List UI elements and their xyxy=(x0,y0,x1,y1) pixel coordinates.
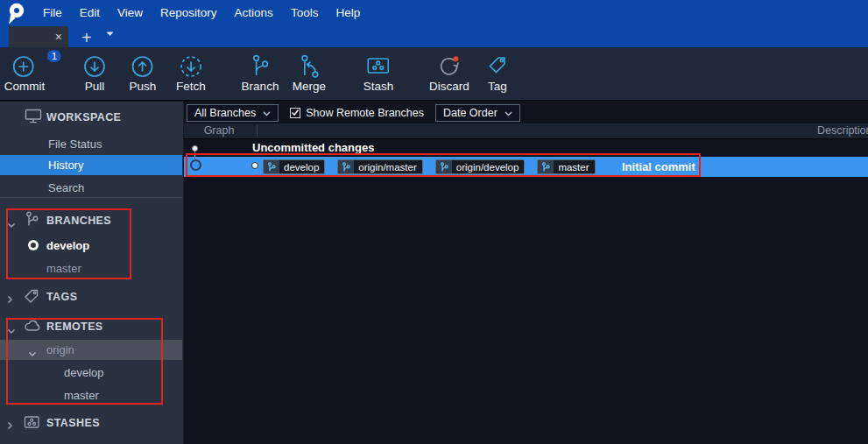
sidebar-remote-origin[interactable]: origin xyxy=(0,340,182,360)
push-button[interactable]: Push xyxy=(130,53,157,93)
graph-connector-line xyxy=(194,152,195,160)
current-branch-icon xyxy=(28,240,39,250)
chevron-down-icon[interactable] xyxy=(7,218,16,231)
stash-icon xyxy=(363,53,394,79)
fetch-button[interactable]: Fetch xyxy=(176,53,206,93)
tag-icon xyxy=(484,53,511,79)
commit-icon: 1 xyxy=(4,53,46,79)
branch-icon xyxy=(242,53,279,79)
merge-button[interactable]: Merge xyxy=(293,53,326,93)
sidebar-item-file-status[interactable]: File Status xyxy=(0,133,182,154)
sidebar-branch-master[interactable]: master xyxy=(0,257,182,278)
tag-icon xyxy=(24,288,40,307)
tab-list-caret-icon[interactable] xyxy=(106,26,114,39)
stash-button[interactable]: Stash xyxy=(363,53,394,93)
sidebar-item-history[interactable]: History xyxy=(0,155,182,175)
graph-node-icon xyxy=(190,159,201,171)
pull-icon xyxy=(81,53,108,79)
close-tab-icon[interactable]: × xyxy=(55,31,62,43)
chevron-down-icon[interactable] xyxy=(7,324,16,337)
stash-icon xyxy=(24,415,40,432)
history-panel: All Branches Show Remote Branches Date O… xyxy=(184,102,868,444)
branch-icon xyxy=(338,160,354,173)
ref-badge-origin-develop: origin/develop xyxy=(435,159,526,174)
menu-tools[interactable]: Tools xyxy=(282,0,328,26)
new-tab-button[interactable]: + xyxy=(81,28,92,47)
chevron-down-icon xyxy=(505,107,512,119)
menu-bar: File Edit View Repository Actions Tools … xyxy=(0,0,868,26)
repository-tab[interactable]: × xyxy=(9,26,68,47)
column-header-graph: Graph xyxy=(184,123,254,138)
ref-badge-origin-master: origin/master xyxy=(337,159,422,174)
sidebar-section-remotes[interactable]: REMOTES xyxy=(0,316,182,337)
commit-message: Initial commit xyxy=(622,157,695,177)
chevron-down-icon[interactable] xyxy=(28,347,37,360)
toolbar: 1 Commit Pull Push xyxy=(0,47,868,101)
tag-button[interactable]: Tag xyxy=(484,53,511,93)
branch-icon xyxy=(436,160,452,173)
chevron-right-icon[interactable] xyxy=(7,419,13,433)
menu-view[interactable]: View xyxy=(109,0,152,26)
branch-filter-dropdown[interactable]: All Branches xyxy=(187,104,279,122)
menu-help[interactable]: Help xyxy=(327,0,369,26)
sidebar-section-stashes[interactable]: STASHES xyxy=(0,412,182,433)
menu-repository[interactable]: Repository xyxy=(152,0,226,26)
sidebar: WORKSPACE File Status History Search xyxy=(0,102,184,444)
monitor-icon xyxy=(25,109,42,126)
branch-icon xyxy=(538,160,554,173)
history-column-headers: Graph Description xyxy=(184,123,868,139)
cloud-icon xyxy=(24,319,41,335)
head-indicator-icon xyxy=(251,162,258,169)
menu-actions[interactable]: Actions xyxy=(226,0,282,26)
sidebar-divider xyxy=(0,197,182,198)
pull-button[interactable]: Pull xyxy=(81,53,108,93)
sidebar-branch-develop[interactable]: develop xyxy=(0,235,182,256)
column-header-description: Description xyxy=(817,123,868,138)
sidebar-section-branches[interactable]: BRANCHES xyxy=(0,210,182,231)
discard-button[interactable]: Discard xyxy=(429,53,469,93)
push-icon xyxy=(130,53,157,79)
sidebar-remote-branch-develop[interactable]: develop xyxy=(0,362,182,383)
ref-badge-develop: develop xyxy=(263,159,325,174)
menu-items: File Edit View Repository Actions Tools … xyxy=(34,0,369,26)
menu-edit[interactable]: Edit xyxy=(71,0,109,26)
chevron-right-icon[interactable] xyxy=(7,293,13,307)
show-remote-branches-checkbox[interactable] xyxy=(290,108,300,118)
history-filter-bar: All Branches Show Remote Branches Date O… xyxy=(184,102,868,123)
branch-ref-badges: develop origin/master origin/develop xyxy=(263,159,596,174)
column-divider[interactable] xyxy=(257,125,258,137)
branch-button[interactable]: Branch xyxy=(242,53,279,93)
sourcetree-window: File Edit View Repository Actions Tools … xyxy=(0,0,868,444)
branch-icon xyxy=(24,211,39,230)
show-remote-branches-option: Show Remote Branches xyxy=(290,107,424,119)
menu-file[interactable]: File xyxy=(34,0,71,26)
ref-badge-master: master xyxy=(537,159,595,174)
commit-button[interactable]: 1 Commit xyxy=(4,53,46,93)
sourcetree-logo-icon xyxy=(6,2,27,26)
discard-icon xyxy=(429,53,469,79)
fetch-icon xyxy=(176,53,206,79)
sidebar-remote-branch-master[interactable]: master xyxy=(0,384,182,405)
commit-row-selected[interactable]: develop origin/master origin/develop xyxy=(184,157,868,177)
graph-node-icon xyxy=(192,145,198,152)
branch-icon xyxy=(264,160,279,173)
merge-icon xyxy=(293,53,326,79)
sidebar-section-tags[interactable]: TAGS xyxy=(0,286,182,307)
chevron-down-icon xyxy=(263,107,271,119)
uncommitted-changes-row[interactable]: Uncommitted changes xyxy=(184,139,868,157)
commit-count-badge: 1 xyxy=(47,50,61,62)
tab-bar: × + xyxy=(0,26,868,47)
app-body: WORKSPACE File Status History Search xyxy=(0,102,868,444)
sidebar-item-search[interactable]: Search xyxy=(0,177,182,198)
sidebar-section-workspace[interactable]: WORKSPACE xyxy=(0,107,182,128)
sort-order-dropdown[interactable]: Date Order xyxy=(435,104,520,122)
